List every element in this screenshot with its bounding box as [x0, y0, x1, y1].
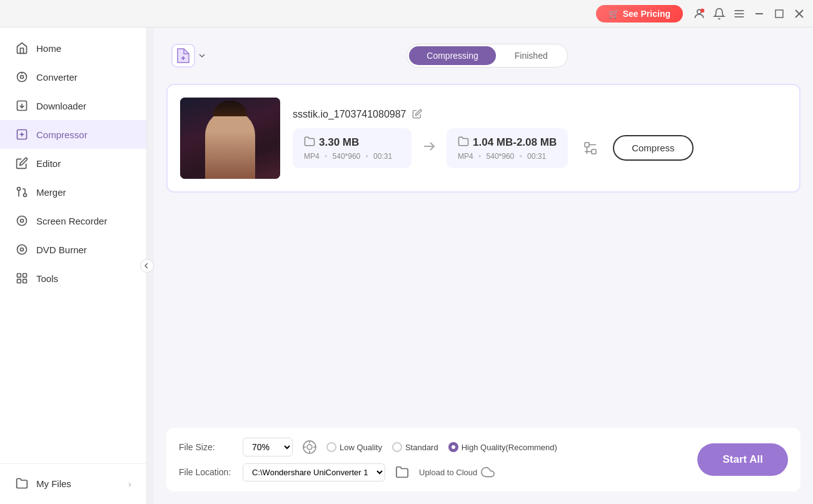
- tools-icon: [15, 271, 29, 285]
- menu-icon[interactable]: [733, 8, 745, 20]
- quality-high-radio[interactable]: [448, 442, 458, 452]
- file-location-select[interactable]: C:\Wondershare UniConverter 1: [243, 463, 385, 481]
- screen-recorder-icon: [15, 214, 29, 228]
- compressor-label: Compressor: [36, 129, 88, 140]
- svg-point-10: [21, 76, 24, 79]
- sidebar-item-screen-recorder[interactable]: Screen Recorder: [0, 206, 146, 235]
- sidebar-item-downloader[interactable]: Downloader: [0, 91, 146, 120]
- merger-label: Merger: [36, 187, 66, 198]
- svg-point-1: [700, 8, 705, 13]
- sidebar-item-my-files[interactable]: My Files ›: [0, 469, 146, 498]
- arrow-icon: [422, 139, 437, 158]
- my-files-icon: [15, 476, 29, 490]
- svg-point-17: [24, 194, 27, 197]
- user-icon[interactable]: [693, 8, 705, 20]
- source-meta: MP4 ● 540*960 ● 00:31: [304, 152, 400, 161]
- compressor-icon: [15, 128, 29, 141]
- sidebar-item-dvd-burner[interactable]: DVD Burner: [0, 235, 146, 264]
- my-files-chevron: ›: [128, 478, 131, 489]
- file-info: ssstik.io_1703741080987: [293, 109, 787, 168]
- svg-point-20: [18, 216, 27, 226]
- source-resolution: 540*960: [333, 152, 361, 161]
- svg-point-21: [21, 219, 24, 223]
- file-card: ssstik.io_1703741080987: [166, 84, 800, 193]
- file-size-label: File Size:: [179, 442, 235, 452]
- screen-recorder-label: Screen Recorder: [36, 216, 107, 226]
- svg-rect-6: [775, 10, 783, 18]
- tab-switcher: Compressing Finished: [406, 44, 567, 68]
- target-format: MP4: [458, 152, 473, 161]
- dropdown-chevron-icon: [198, 51, 206, 60]
- maximize-button[interactable]: [773, 8, 785, 20]
- file-size-control-row: File Size: 70%: [179, 438, 557, 456]
- title-bar-icons: [693, 8, 805, 20]
- start-all-button[interactable]: Start All: [697, 443, 788, 476]
- add-file-button[interactable]: [166, 40, 211, 71]
- quality-settings-icon[interactable]: [300, 438, 319, 456]
- title-bar: 🛒 See Pricing: [0, 0, 813, 28]
- sidebar-item-home[interactable]: Home: [0, 34, 146, 63]
- folder-browse-icon[interactable]: [393, 463, 412, 481]
- source-size: 3.30 MB: [319, 136, 359, 149]
- svg-rect-25: [23, 274, 27, 278]
- sidebar-collapse-button[interactable]: [140, 259, 154, 273]
- file-stats-row: 3.30 MB MP4 ● 540*960 ● 00:31: [293, 128, 787, 168]
- upload-cloud-button[interactable]: Upload to Cloud: [419, 465, 495, 479]
- quality-low-label: Low Quality: [340, 443, 382, 452]
- tools-label: Tools: [36, 273, 58, 284]
- quality-standard-radio[interactable]: [392, 442, 402, 452]
- tab-compressing[interactable]: Compressing: [409, 46, 495, 65]
- source-format: MP4: [304, 152, 320, 161]
- upload-cloud-label: Upload to Cloud: [419, 468, 477, 477]
- cloud-icon: [481, 465, 495, 479]
- tab-finished[interactable]: Finished: [497, 46, 565, 65]
- svg-rect-27: [23, 280, 27, 283]
- dvd-burner-icon: [15, 243, 29, 256]
- svg-point-38: [307, 445, 312, 450]
- content-spacer: [166, 203, 800, 428]
- merger-icon: [15, 185, 29, 199]
- source-folder-icon: [304, 136, 315, 149]
- quality-low-radio[interactable]: [326, 442, 336, 452]
- see-pricing-button[interactable]: 🛒 See Pricing: [596, 5, 683, 23]
- sidebar-item-merger[interactable]: Merger: [0, 178, 146, 206]
- compress-settings-icon[interactable]: [578, 136, 603, 161]
- close-button[interactable]: [793, 8, 805, 20]
- source-duration: 00:31: [373, 152, 392, 161]
- edit-filename-icon[interactable]: [412, 109, 422, 121]
- target-duration: 00:31: [527, 152, 546, 161]
- file-size-select[interactable]: 70%: [243, 438, 293, 456]
- sidebar-item-editor[interactable]: Editor: [0, 149, 146, 178]
- file-location-control-row: File Location: C:\Wondershare UniConvert…: [179, 463, 557, 481]
- quality-high-option[interactable]: High Quality(Recommend): [448, 442, 557, 452]
- quality-low-option[interactable]: Low Quality: [326, 442, 382, 452]
- converter-icon: [15, 70, 29, 84]
- cart-icon: 🛒: [608, 9, 619, 19]
- bottom-left-controls: File Size: 70%: [179, 438, 557, 481]
- downloader-label: Downloader: [36, 101, 86, 111]
- bell-icon[interactable]: [713, 8, 725, 20]
- compress-button[interactable]: Compress: [613, 135, 693, 161]
- target-resolution: 540*960: [487, 152, 515, 161]
- svg-point-18: [18, 188, 21, 191]
- quality-standard-option[interactable]: Standard: [392, 442, 438, 452]
- sidebar-item-compressor[interactable]: Compressor: [0, 120, 146, 149]
- main-content: Compressing Finished ssstik.io_170374108…: [154, 28, 813, 504]
- converter-label: Converter: [36, 72, 78, 83]
- sidebar-bottom: My Files ›: [0, 463, 146, 498]
- app-body: Home Converter Downloader: [0, 28, 813, 504]
- see-pricing-label: See Pricing: [623, 9, 670, 19]
- sidebar: Home Converter Downloader: [0, 28, 147, 504]
- sidebar-item-converter[interactable]: Converter: [0, 63, 146, 91]
- sidebar-item-tools[interactable]: Tools: [0, 264, 146, 293]
- quality-high-label: High Quality(Recommend): [462, 443, 557, 452]
- svg-rect-35: [592, 149, 596, 154]
- bottom-controls: File Size: 70%: [166, 428, 800, 491]
- home-label: Home: [36, 43, 61, 54]
- svg-point-23: [21, 248, 24, 251]
- minimize-button[interactable]: [753, 8, 765, 20]
- target-size: 1.04 MB-2.08 MB: [473, 136, 557, 149]
- editor-icon: [15, 156, 29, 170]
- target-meta: MP4 ● 540*960 ● 00:31: [458, 152, 557, 161]
- content-header: Compressing Finished: [166, 40, 800, 71]
